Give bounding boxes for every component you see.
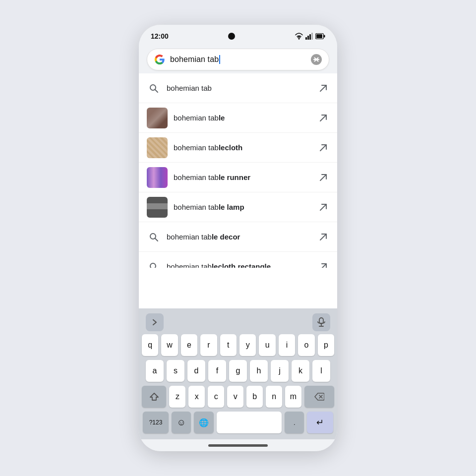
key-t[interactable]: t — [220, 334, 237, 356]
key-u[interactable]: u — [259, 334, 275, 356]
key-w[interactable]: w — [161, 334, 178, 356]
key-l[interactable]: l — [312, 360, 330, 382]
keyboard-row-1: q w e r t y u i o p — [142, 334, 334, 356]
thumb-img-3 — [147, 167, 168, 188]
keyboard-row-4: ?123 ☺ 🌐 . ↵ — [142, 412, 334, 433]
key-shift[interactable] — [142, 386, 166, 408]
search-input[interactable]: bohemian tab — [170, 55, 306, 64]
search-text: bohemian tab — [170, 55, 219, 63]
keyboard-chevron-button[interactable] — [146, 313, 164, 331]
svg-marker-30 — [150, 393, 158, 400]
keyboard-toolbar — [141, 311, 335, 334]
status-time: 12:00 — [151, 32, 169, 40]
suggestion-text-0: bohemian tab — [167, 83, 311, 93]
keyboard-row-3: z x c v b n m — [142, 386, 334, 408]
svg-rect-4 — [311, 33, 313, 40]
key-x[interactable]: x — [188, 386, 205, 408]
thumb-img-2 — [147, 137, 168, 158]
arrow-icon-6 — [317, 261, 329, 268]
key-z[interactable]: z — [169, 386, 185, 408]
svg-line-20 — [320, 264, 326, 268]
thumb-img-1 — [147, 108, 168, 128]
suggestion-item-6[interactable]: bohemian tablecloth rectangle — [139, 252, 337, 268]
thumb-3 — [147, 167, 168, 188]
key-p[interactable]: p — [318, 334, 334, 356]
key-a[interactable]: a — [146, 360, 164, 382]
svg-point-18 — [150, 263, 156, 268]
search-bar[interactable]: bohemian tab — [147, 49, 329, 70]
thumb-1 — [147, 108, 168, 128]
suggestion-item-0[interactable]: bohemian tab — [139, 73, 337, 103]
suggestion-item-4[interactable]: bohemian table lamp — [139, 192, 337, 222]
suggestion-item-1[interactable]: bohemian table — [139, 103, 337, 133]
suggestion-text-3: bohemian table runner — [174, 173, 311, 182]
key-g[interactable]: g — [229, 360, 247, 382]
suggestion-text-4: bohemian table lamp — [174, 202, 311, 212]
svg-line-17 — [320, 234, 326, 240]
status-icons — [295, 33, 325, 40]
key-globe[interactable]: 🌐 — [194, 412, 213, 433]
keyboard: q w e r t y u i o p a s d f g h j k — [139, 308, 337, 439]
suggestion-item-2[interactable]: bohemian tablecloth — [139, 133, 337, 163]
key-e[interactable]: e — [181, 334, 197, 356]
clear-button[interactable] — [311, 54, 322, 65]
key-r[interactable]: r — [200, 334, 217, 356]
search-icon-5 — [147, 230, 161, 244]
svg-line-9 — [155, 89, 158, 92]
home-indicator — [139, 439, 337, 451]
battery-icon — [315, 33, 325, 39]
wifi-icon — [295, 33, 303, 40]
search-icon-0 — [147, 81, 161, 95]
svg-line-10 — [320, 85, 326, 91]
key-o[interactable]: o — [298, 334, 314, 356]
arrow-icon-5 — [317, 231, 329, 243]
key-f[interactable]: f — [208, 360, 226, 382]
svg-line-12 — [320, 145, 326, 151]
key-period[interactable]: . — [285, 412, 304, 433]
thumb-4 — [147, 197, 168, 218]
svg-line-11 — [320, 115, 326, 121]
key-d[interactable]: d — [187, 360, 205, 382]
key-n[interactable]: n — [266, 386, 282, 408]
suggestion-item-3[interactable]: bohemian table runner — [139, 163, 337, 192]
signal-icon — [305, 33, 313, 40]
key-v[interactable]: v — [227, 386, 243, 408]
clear-icon — [313, 57, 319, 62]
key-k[interactable]: k — [292, 360, 309, 382]
key-enter[interactable]: ↵ — [307, 412, 333, 433]
arrow-icon-0 — [317, 82, 329, 94]
home-bar — [208, 444, 268, 447]
key-num[interactable]: ?123 — [143, 412, 169, 433]
key-b[interactable]: b — [246, 386, 263, 408]
key-m[interactable]: m — [285, 386, 301, 408]
key-h[interactable]: h — [250, 360, 268, 382]
text-cursor — [219, 55, 220, 64]
svg-line-13 — [320, 175, 326, 180]
arrow-icon-2 — [317, 142, 329, 154]
keyboard-mic-button[interactable] — [312, 313, 330, 331]
key-s[interactable]: s — [167, 360, 184, 382]
suggestions-list: bohemian tab bohemian table — [139, 73, 337, 308]
arrow-icon-3 — [317, 172, 329, 183]
suggestion-text-2: bohemian tablecloth — [174, 143, 311, 153]
status-bar: 12:00 — [139, 25, 337, 45]
suggestion-text-5: bohemian table decor — [167, 232, 311, 242]
svg-line-16 — [155, 238, 158, 241]
arrow-icon-4 — [317, 201, 329, 213]
key-backspace[interactable] — [304, 386, 334, 408]
key-emoji[interactable]: ☺ — [172, 412, 191, 433]
key-j[interactable]: j — [271, 360, 289, 382]
suggestion-item-5[interactable]: bohemian table decor — [139, 222, 337, 252]
svg-rect-2 — [307, 36, 309, 40]
key-space[interactable] — [217, 412, 282, 433]
key-y[interactable]: y — [239, 334, 256, 356]
key-q[interactable]: q — [142, 334, 158, 356]
svg-rect-1 — [305, 37, 307, 40]
suggestion-text-1: bohemian table — [174, 113, 311, 123]
phone-shell: 12:00 — [139, 25, 337, 451]
svg-rect-6 — [316, 34, 322, 38]
key-c[interactable]: c — [208, 386, 224, 408]
key-i[interactable]: i — [279, 334, 295, 356]
svg-rect-7 — [324, 35, 325, 38]
suggestion-text-6: bohemian tablecloth rectangle — [167, 262, 311, 268]
